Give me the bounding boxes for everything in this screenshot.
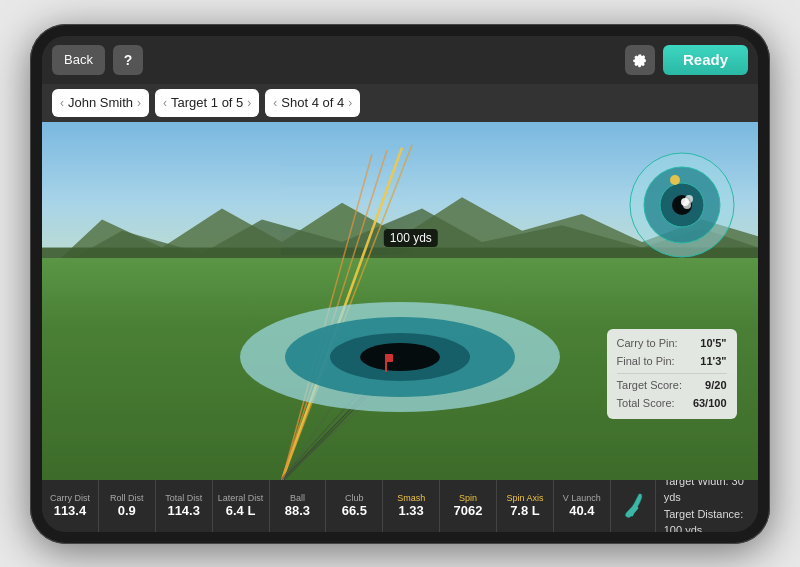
target-distance-info: Target Distance: 100 yds (664, 506, 750, 532)
vlaunch-col: V Launch 40.4 (554, 480, 611, 532)
game-area: 100 yds (42, 122, 758, 480)
spin-value: 7062 (454, 503, 483, 518)
spinaxis-value: 7.8 L (510, 503, 540, 518)
svg-point-19 (670, 175, 680, 185)
vlaunch-value: 40.4 (569, 503, 594, 518)
club-col: Club 66.5 (326, 480, 383, 532)
gear-icon (632, 52, 648, 68)
target-prev-arrow[interactable]: ‹ (163, 96, 167, 110)
mini-target-map (627, 150, 737, 260)
back-button[interactable]: Back (52, 45, 105, 75)
flag (385, 354, 387, 372)
top-bar: Back ? Ready (42, 36, 758, 84)
target-area (240, 277, 560, 437)
total-dist-header: Total Dist (165, 493, 202, 504)
final-to-pin-value: 11'3" (700, 353, 726, 371)
club-value: 66.5 (342, 503, 367, 518)
lateral-dist-header: Lateral Dist (218, 493, 264, 504)
total-score-value: 63/100 (693, 395, 727, 413)
flag-pole (385, 354, 387, 372)
club-header: Club (345, 493, 364, 504)
final-to-pin-row: Final to Pin: 11'3" (617, 353, 727, 371)
target-nav-pill[interactable]: ‹ Target 1 of 5 › (155, 89, 259, 117)
smash-value: 1.33 (399, 503, 424, 518)
lateral-dist-col: Lateral Dist 6.4 L (213, 480, 270, 532)
roll-dist-col: Roll Dist 0.9 (99, 480, 156, 532)
lateral-dist-value: 6.4 L (226, 503, 256, 518)
spin-header: Spin (459, 493, 477, 504)
carry-to-pin-row: Carry to Pin: 10'5" (617, 335, 727, 353)
player-next-arrow[interactable]: › (137, 96, 141, 110)
carry-dist-col: Carry Dist 113.4 (42, 480, 99, 532)
ball-col: Ball 88.3 (270, 480, 327, 532)
target-info-col: Target Width: 30 yds Target Distance: 10… (656, 480, 758, 532)
total-dist-col: Total Dist 114.3 (156, 480, 213, 532)
target-core (360, 343, 440, 371)
club-icon-col (611, 480, 656, 532)
player-name: John Smith (68, 95, 133, 110)
shot-nav-pill[interactable]: ‹ Shot 4 of 4 › (265, 89, 360, 117)
help-button[interactable]: ? (113, 45, 143, 75)
ball-header: Ball (290, 493, 305, 504)
target-score-row: Target Score: 9/20 (617, 377, 727, 395)
total-score-label: Total Score: (617, 395, 675, 413)
spin-col: Spin 7062 (440, 480, 497, 532)
ball-value: 88.3 (285, 503, 310, 518)
player-prev-arrow[interactable]: ‹ (60, 96, 64, 110)
total-score-row: Total Score: 63/100 (617, 395, 727, 413)
settings-button[interactable] (625, 45, 655, 75)
target-score-value: 9/20 (705, 377, 726, 395)
smash-header: Smash (397, 493, 425, 504)
roll-dist-value: 0.9 (118, 503, 136, 518)
device-frame: Back ? Ready ‹ John Smith › ‹ Target 1 o… (30, 24, 770, 544)
flag-marker (385, 354, 393, 362)
stats-panel: Carry to Pin: 10'5" Final to Pin: 11'3" … (607, 329, 737, 418)
spinaxis-col: Spin Axis 7.8 L (497, 480, 554, 532)
target-label: Target 1 of 5 (171, 95, 243, 110)
carry-to-pin-label: Carry to Pin: (617, 335, 678, 353)
distance-label: 100 yds (384, 229, 438, 247)
ready-button[interactable]: Ready (663, 45, 748, 75)
roll-dist-header: Roll Dist (110, 493, 144, 504)
svg-point-18 (683, 201, 691, 209)
shot-next-arrow[interactable]: › (348, 96, 352, 110)
target-score-label: Target Score: (617, 377, 682, 395)
shot-label: Shot 4 of 4 (281, 95, 344, 110)
golf-club-icon (617, 490, 649, 522)
carry-to-pin-value: 10'5" (700, 335, 726, 353)
device-screen: Back ? Ready ‹ John Smith › ‹ Target 1 o… (42, 36, 758, 532)
carry-dist-header: Carry Dist (50, 493, 90, 504)
smash-col: Smash 1.33 (383, 480, 440, 532)
data-bar: Carry Dist 113.4 Roll Dist 0.9 Total Dis… (42, 480, 758, 532)
spinaxis-header: Spin Axis (506, 493, 543, 504)
nav-bar: ‹ John Smith › ‹ Target 1 of 5 › ‹ Shot … (42, 84, 758, 122)
player-nav-pill[interactable]: ‹ John Smith › (52, 89, 149, 117)
vlaunch-header: V Launch (563, 493, 601, 504)
stats-divider (617, 373, 727, 374)
target-next-arrow[interactable]: › (247, 96, 251, 110)
final-to-pin-label: Final to Pin: (617, 353, 675, 371)
total-dist-value: 114.3 (167, 503, 200, 518)
shot-prev-arrow[interactable]: ‹ (273, 96, 277, 110)
carry-dist-value: 113.4 (54, 503, 87, 518)
